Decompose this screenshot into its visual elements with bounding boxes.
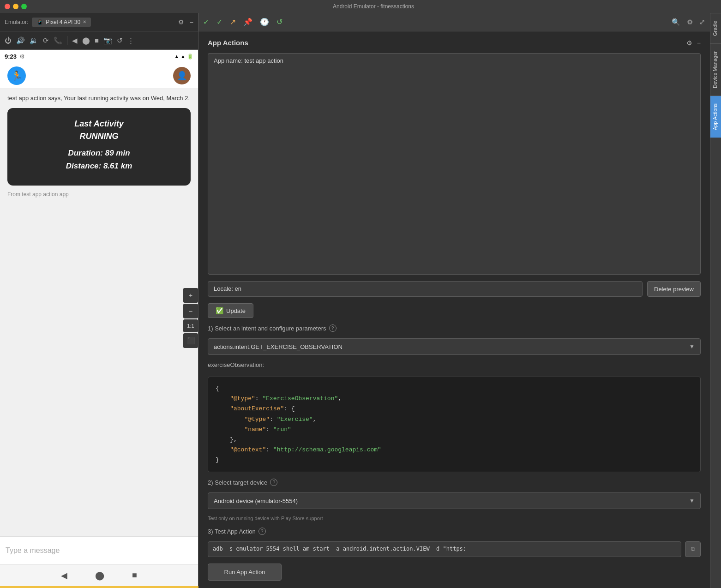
nav-home-icon[interactable]: ⬤ [95, 570, 104, 581]
section1-help-icon[interactable]: ? [329, 324, 336, 332]
panel-header-toolbar: ✓ ✓ ↗ 📌 🕐 ↺ 🔍 ⚙ ⤢ [198, 13, 710, 31]
undo-icon[interactable]: ↺ [117, 36, 123, 45]
panel-title: App Actions [208, 39, 248, 47]
phone-status-icons: ▲ ▲ 🔋 [174, 54, 193, 60]
user-avatar: 👤 [173, 67, 191, 84]
clock-icon[interactable]: 🕐 [260, 18, 269, 26]
delete-preview-button[interactable]: Delete preview [647, 281, 701, 297]
nav-square-icon[interactable]: ■ [132, 570, 137, 580]
header-right-icons: 🔍 ⚙ ⤢ [672, 18, 705, 26]
panel-minimize-icon[interactable]: − [697, 39, 701, 47]
section1-text: 1) Select an intent and configure parame… [208, 325, 326, 332]
section3-help-icon[interactable]: ? [258, 528, 266, 535]
home-circle-icon[interactable]: ⬤ [82, 36, 90, 45]
volume-up-icon[interactable]: 🔊 [16, 36, 25, 45]
signal-icon: ▲ [180, 54, 186, 59]
activity-distance: Distance: 8.61 km [18, 162, 180, 171]
camera-icon[interactable]: 📷 [103, 36, 112, 45]
right-sidebar: Gradle Device Manager App Actions [710, 13, 721, 588]
emulator-label: Emulator: [5, 19, 28, 25]
intent-dropdown-arrow: ▼ [689, 343, 695, 350]
device-dropdown-value: Android device (emulator-5554) [214, 498, 298, 504]
device-tab[interactable]: 📱 Pixel 4 API 30 ✕ [32, 18, 91, 27]
adb-command-row: adb -s emulator-5554 shell am start -a a… [208, 541, 701, 557]
message-placeholder: Type a message [6, 546, 60, 555]
phone-app-bar: 🏃 👤 [0, 63, 198, 89]
locale-field[interactable]: Locale: en [208, 281, 643, 297]
maximize-button[interactable] [21, 4, 27, 9]
intent-dropdown[interactable]: actions.intent.GET_EXERCISE_OBSERVATION … [208, 338, 701, 355]
emulator-actions: ⏻ 🔊 🔉 ⟳ 📞 ◀ ⬤ ■ 📷 ↺ ⋮ [0, 31, 198, 50]
zoom-in-button[interactable]: + [183, 288, 198, 303]
zoom-ratio-label: 1:1 [183, 319, 198, 332]
search-icon[interactable]: 🔍 [672, 18, 680, 26]
update-button-label: Update [226, 307, 246, 314]
update-button[interactable]: ✅ Update [208, 303, 253, 318]
notification-text: test app action says, Your last running … [7, 94, 191, 102]
sidebar-tab-device-manager[interactable]: Device Manager [710, 43, 721, 96]
close-tab-button[interactable]: ✕ [83, 19, 86, 24]
update-check-icon: ✅ [216, 307, 223, 314]
panel-title-row: App Actions ⚙ − [208, 39, 701, 47]
copy-command-button[interactable]: ⧉ [685, 541, 701, 557]
run-app-action-button[interactable]: Run App Action [208, 564, 282, 581]
device-dropdown-arrow: ▼ [689, 498, 695, 504]
checkmark2-icon[interactable]: ✓ [216, 18, 222, 26]
adb-command-field[interactable]: adb -s emulator-5554 shell am start -a a… [208, 541, 681, 557]
zoom-controls: + − 1:1 ⬛ [183, 288, 198, 348]
app-icon: 🏃 [7, 66, 26, 85]
intent-dropdown-value: actions.intent.GET_EXERCISE_OBSERVATION [214, 343, 342, 350]
expand-icon[interactable]: ⤢ [699, 18, 705, 26]
app-name-field[interactable]: App name: test app action [208, 53, 701, 275]
nav-back-icon[interactable]: ◀ [61, 570, 67, 581]
section3-text: 3) Test App Action [208, 528, 256, 535]
locale-row: Locale: en Delete preview [208, 281, 701, 297]
pin-icon[interactable]: 📌 [243, 18, 252, 26]
sidebar-tab-gradle[interactable]: Gradle [710, 13, 721, 43]
locale-value: Locale: en [214, 285, 241, 292]
more-options-icon[interactable]: ⋮ [127, 36, 134, 45]
phone-time: 9:23 [5, 53, 17, 60]
phone-icon[interactable]: 📞 [54, 36, 62, 45]
minimize-button[interactable] [13, 4, 18, 9]
device-dropdown[interactable]: Android device (emulator-5554) ▼ [208, 492, 701, 509]
window-title: Android Emulator - fitnessactions [30, 3, 716, 10]
device-icon: 📱 [36, 19, 43, 25]
section2-help-icon[interactable]: ? [270, 479, 277, 486]
settings-icon[interactable]: ⚙ [178, 18, 184, 26]
app-actions-panel: ✓ ✓ ↗ 📌 🕐 ↺ 🔍 ⚙ ⤢ App Actions ⚙ − [198, 13, 710, 588]
refresh-icon[interactable]: ↺ [276, 18, 282, 26]
arrow-up-icon[interactable]: ↗ [230, 18, 236, 26]
rotate-icon[interactable]: ⟳ [43, 36, 49, 45]
close-button[interactable] [5, 4, 10, 9]
activity-duration: Duration: 89 min [18, 149, 180, 158]
panel-settings-icon[interactable]: ⚙ [686, 39, 692, 47]
header-settings-icon[interactable]: ⚙ [687, 18, 693, 26]
device-tab-label: Pixel 4 API 30 [46, 19, 80, 25]
section3-label: 3) Test App Action ? [208, 528, 701, 535]
phone-content: test app action says, Your last running … [0, 89, 198, 536]
phone-status-bar: 9:23 ⚙ ▲ ▲ 🔋 [0, 50, 198, 63]
device-hint-text: Test only on running device with Play St… [208, 516, 701, 521]
section2-text: 2) Select target device [208, 479, 267, 486]
sidebar-tab-app-actions[interactable]: App Actions [710, 96, 721, 138]
param-label: exerciseObservation: [208, 361, 701, 368]
checkmark-icon[interactable]: ✓ [203, 18, 209, 26]
json-line5: "name": "run" [216, 425, 693, 435]
screen-size-button[interactable]: ⬛ [183, 333, 198, 348]
volume-down-icon[interactable]: 🔉 [30, 36, 38, 45]
title-bar: Android Emulator - fitnessactions [0, 0, 721, 13]
traffic-lights [5, 4, 27, 9]
panel-content: App Actions ⚙ − App name: test app actio… [198, 31, 710, 588]
phone-screen: 9:23 ⚙ ▲ ▲ 🔋 🏃 👤 test app action [0, 50, 198, 586]
json-editor[interactable]: { "@type": "ExerciseObservation", "about… [208, 377, 701, 472]
stop-square-icon[interactable]: ■ [95, 36, 99, 44]
running-icon: 🏃 [11, 70, 23, 81]
yellow-indicator-bar [0, 586, 198, 588]
power-icon[interactable]: ⏻ [5, 36, 12, 44]
message-input-area[interactable]: Type a message [0, 536, 198, 564]
back-arrow-icon[interactable]: ◀ [72, 36, 78, 45]
source-text: From test app action app [7, 191, 191, 198]
zoom-out-button[interactable]: − [183, 304, 198, 318]
minus-icon[interactable]: − [190, 18, 193, 26]
